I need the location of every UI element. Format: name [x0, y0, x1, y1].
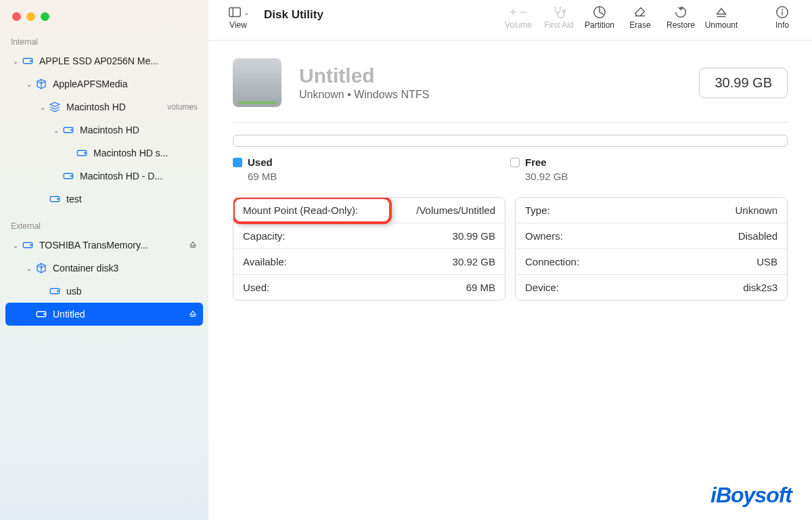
info-key: Owners: — [516, 223, 663, 248]
free-value: 30.92 GB — [525, 171, 788, 182]
close-icon[interactable] — [12, 12, 21, 21]
sidebar-item-label: Macintosh HD — [66, 102, 163, 112]
volume-header: Untitled Unknown • Windows NTFS 30.99 GB — [233, 58, 788, 107]
sidebar-item[interactable]: ⌄APPLE SSD AP0256N Me... — [5, 49, 203, 72]
usage-legend: Used 69 MB Free 30.92 GB — [233, 156, 788, 182]
main-panel: ⌄ View Disk Utility + − Volume First Aid… — [208, 0, 812, 520]
info-key: Mount Point (Read-Only): — [233, 198, 390, 223]
info-value: 30.92 GB — [390, 248, 505, 274]
first-aid-button: First Aid — [539, 4, 579, 30]
info-row: Type:Unknown — [516, 198, 787, 223]
restore-icon — [673, 4, 688, 20]
pie-icon — [592, 4, 607, 20]
minimize-icon[interactable] — [26, 12, 35, 21]
cube-icon — [35, 78, 47, 90]
unmount-button[interactable]: Unmount — [701, 4, 742, 30]
eject-icon[interactable] — [188, 240, 198, 251]
content-area: Untitled Unknown • Windows NTFS 30.99 GB… — [208, 41, 812, 520]
info-key: Type: — [516, 198, 663, 223]
sidebar-tree-external: ⌄TOSHIBA TransMemory...⌄Container disk3u… — [0, 234, 208, 326]
divider — [233, 122, 788, 123]
stack-icon — [49, 101, 61, 113]
volume-subtitle: Unknown • Windows NTFS — [299, 89, 699, 101]
info-row: Capacity:30.99 GB — [233, 223, 505, 248]
used-value: 69 MB — [248, 171, 510, 182]
sidebar-item[interactable]: Untitled — [5, 303, 203, 326]
sidebar-toggle-icon: ⌄ — [227, 4, 249, 20]
capacity-box: 30.99 GB — [699, 68, 788, 98]
used-swatch-icon — [233, 158, 242, 167]
disk-icon — [49, 193, 61, 205]
sidebar-item[interactable]: test — [5, 188, 203, 211]
svg-point-9 — [58, 198, 59, 200]
window-controls — [0, 7, 208, 33]
chevron-down-icon[interactable]: ⌄ — [12, 242, 19, 249]
restore-button[interactable]: Restore — [660, 4, 701, 30]
svg-point-1 — [30, 60, 32, 62]
erase-button[interactable]: Erase — [620, 4, 660, 30]
toolbar: ⌄ View Disk Utility + − Volume First Aid… — [208, 0, 812, 41]
brand-watermark: iBoysoft — [710, 483, 792, 508]
svg-point-18 — [563, 9, 566, 12]
svg-point-3 — [71, 129, 72, 131]
maximize-icon[interactable] — [41, 12, 49, 21]
info-value: disk2s3 — [663, 274, 787, 300]
disk-icon — [76, 147, 88, 159]
info-row: Device:disk2s3 — [516, 274, 787, 300]
window-title: Disk Utility — [264, 8, 323, 22]
disk-icon — [35, 308, 47, 320]
svg-point-15 — [44, 313, 45, 315]
info-row: Used:69 MB — [233, 274, 505, 300]
svg-point-13 — [58, 290, 59, 292]
sidebar-item[interactable]: Macintosh HD - D... — [5, 165, 203, 188]
svg-point-7 — [71, 175, 72, 177]
usage-bar — [233, 135, 788, 147]
chevron-down-icon[interactable]: ⌄ — [39, 104, 46, 111]
eject-icon — [714, 4, 729, 20]
info-key: Capacity: — [233, 223, 390, 248]
partition-button[interactable]: Partition — [579, 4, 620, 30]
chevron-down-icon[interactable]: ⌄ — [26, 81, 32, 88]
svg-point-5 — [85, 152, 86, 154]
info-value: Disabled — [663, 223, 787, 248]
plus-minus-icon: + − — [510, 4, 527, 20]
view-button[interactable]: ⌄ View — [218, 4, 258, 30]
eject-icon[interactable] — [188, 309, 198, 320]
sidebar-section-internal: Internal — [0, 33, 208, 49]
svg-point-11 — [30, 244, 32, 246]
info-key: Connection: — [516, 248, 663, 274]
info-row: Connection:USB — [516, 248, 787, 274]
sidebar-item[interactable]: ⌄TOSHIBA TransMemory... — [5, 234, 203, 257]
sidebar-item[interactable]: ⌄Macintosh HDvolumes — [5, 95, 203, 118]
info-value: Unknown — [663, 198, 787, 223]
sidebar-item[interactable]: Macintosh HD s... — [5, 142, 203, 165]
volume-button: + − Volume — [498, 4, 539, 30]
info-row: Available:30.92 GB — [233, 248, 505, 274]
sidebar-item-label: TOSHIBA TransMemory... — [39, 240, 188, 251]
disk-icon — [22, 239, 34, 251]
sidebar-item-label: AppleAPFSMedia — [53, 79, 198, 89]
sidebar-section-external: External — [0, 217, 208, 234]
info-table-left: Mount Point (Read-Only):/Volumes/Untitle… — [233, 197, 505, 301]
sidebar-item[interactable]: usb — [5, 280, 203, 303]
info-value: USB — [663, 248, 787, 274]
sidebar-item-label: Macintosh HD — [80, 125, 198, 135]
chevron-down-icon[interactable]: ⌄ — [26, 265, 32, 272]
disk-icon — [22, 55, 34, 67]
sidebar-item-label: Container disk3 — [53, 263, 198, 274]
disk-icon — [62, 124, 74, 136]
free-swatch-icon — [510, 158, 520, 167]
svg-point-22 — [782, 9, 783, 10]
sidebar-item[interactable]: ⌄Macintosh HD — [5, 118, 203, 142]
info-button[interactable]: Info — [762, 4, 803, 30]
sidebar-item[interactable]: ⌄Container disk3 — [5, 257, 203, 280]
info-row: Mount Point (Read-Only):/Volumes/Untitle… — [233, 198, 505, 223]
chevron-down-icon[interactable]: ⌄ — [53, 127, 60, 134]
info-row: Owners:Disabled — [516, 223, 787, 248]
chevron-down-icon[interactable]: ⌄ — [12, 58, 19, 65]
sidebar-item-label: Macintosh HD - D... — [80, 171, 198, 181]
sidebar-item[interactable]: ⌄AppleAPFSMedia — [5, 72, 203, 95]
disk-icon — [62, 170, 74, 182]
info-tables: Mount Point (Read-Only):/Volumes/Untitle… — [233, 197, 788, 301]
sidebar-item-label: test — [66, 194, 198, 204]
